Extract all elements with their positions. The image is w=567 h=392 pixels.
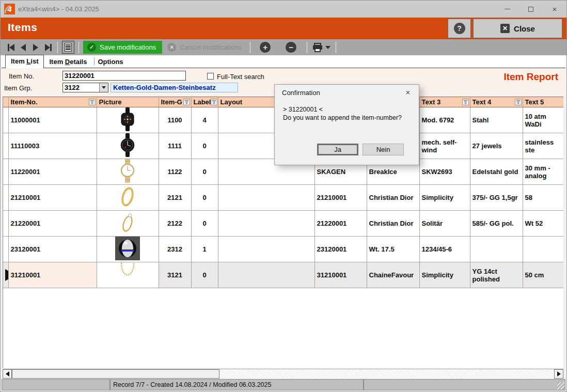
table-row[interactable]: 21220001 2122 0 21220001 Christian Dior … [3, 211, 563, 237]
current-row-marker[interactable] [3, 262, 8, 288]
list-icon [65, 43, 72, 52]
column-header-item-grp[interactable]: Item-G [159, 97, 191, 107]
row-selector[interactable] [3, 237, 8, 262]
item-picture-gold-solitaire-ring [118, 211, 137, 234]
app-header: Items ? ✕ Close [1, 18, 566, 39]
help-icon: ? [454, 23, 465, 34]
close-x-icon: ✕ [500, 24, 510, 33]
print-dropdown-icon[interactable] [325, 46, 330, 49]
save-modifications-button[interactable]: ✓ Save modifications [83, 41, 162, 54]
status-panel-left [2, 379, 110, 390]
item-grp-combobox[interactable]: 3122 [62, 83, 108, 92]
delete-record-button[interactable]: − [286, 42, 296, 53]
dialog-no-button[interactable]: Nein [363, 144, 404, 155]
row-selector[interactable] [3, 107, 8, 133]
status-record-info: Record 7/7 - Created 14.08.2024 / Modifi… [110, 379, 364, 390]
scroll-right-button[interactable] [554, 369, 563, 379]
row-selector[interactable] [3, 133, 8, 159]
horizontal-scrollbar[interactable] [3, 369, 563, 378]
chevron-down-icon[interactable] [99, 83, 108, 92]
dialog-title-bar[interactable]: Confirmation × [275, 85, 419, 100]
dialog-message-line2: Do you want to append the item-number? [283, 114, 402, 121]
item-picture-black-square-watch [118, 107, 137, 131]
app-logo-icon: 4 [4, 4, 15, 14]
column-header-text3[interactable]: Text 3 [419, 97, 470, 107]
row-selector[interactable] [3, 159, 8, 185]
table-row-selected[interactable]: 31210001 3121 0 31210001 ChaineFavour Si… [3, 262, 563, 288]
help-button[interactable]: ? [448, 19, 471, 38]
status-panel-right [364, 379, 565, 390]
status-bar: Record 7/7 - Created 14.08.2024 / Modifi… [2, 379, 565, 390]
item-grp-name-field: Ketten-Gold-Damen-Steinbesatz [111, 83, 238, 92]
filter-icon[interactable] [89, 99, 96, 105]
filter-icon[interactable] [211, 99, 217, 105]
row-selector[interactable] [3, 211, 8, 237]
svg-text:4: 4 [7, 5, 12, 13]
table-row[interactable]: 23120001 2312 1 23120001 Wt. 17.5 1234/4… [3, 237, 563, 262]
item-picture-black-chronograph-watch [118, 133, 137, 157]
filter-icon[interactable] [183, 99, 190, 105]
item-grp-label: Item Grp. [4, 84, 32, 92]
app-window: 4 eXtra4<win4> - 04.03.2025 × Items ? ✕ … [0, 0, 567, 392]
column-header-text5[interactable]: Text 5 [523, 97, 563, 107]
minimize-button[interactable] [495, 1, 519, 18]
item-picture-silver-band-ring [115, 237, 140, 260]
dialog-close-icon[interactable]: × [402, 87, 414, 98]
resize-grip[interactable] [557, 382, 564, 389]
item-picture-gold-ring [118, 185, 137, 209]
dialog-message-line1: > 31220001 < [283, 106, 323, 113]
cancel-modifications-button[interactable]: ✕ Cancel modifications [162, 43, 247, 52]
tab-item-details[interactable]: Item Details [44, 56, 92, 68]
tab-bar: Item List Item Details Options [2, 55, 565, 68]
maximize-button[interactable] [519, 1, 543, 18]
confirmation-dialog: Confirmation × > 31220001 < Do you want … [274, 84, 419, 165]
item-no-input[interactable] [62, 71, 186, 81]
check-circle-icon: ✓ [87, 43, 96, 52]
filter-icon[interactable] [462, 99, 469, 105]
title-bar: 4 eXtra4<win4> - 04.03.2025 × [1, 1, 566, 18]
x-circle-icon: ✕ [167, 43, 176, 52]
page-title: Items [8, 21, 37, 34]
fulltext-search-checkbox[interactable] [207, 73, 214, 80]
previous-record-button[interactable] [17, 41, 29, 54]
scroll-left-button[interactable] [3, 369, 12, 379]
column-header-label[interactable]: Label [191, 97, 218, 107]
item-picture-gold-watch-white-dial [118, 159, 137, 183]
fulltext-search-label: Full-Text search [217, 73, 264, 81]
row-selector[interactable] [3, 185, 8, 211]
next-record-button[interactable] [29, 41, 42, 54]
column-header-item-no[interactable]: Item-No. [8, 97, 97, 107]
tab-options[interactable]: Options [97, 56, 128, 68]
first-record-button[interactable] [5, 41, 17, 54]
toolbar: ✓ Save modifications ✕ Cancel modificati… [1, 39, 566, 55]
record-list-button[interactable] [62, 41, 74, 54]
window-title: eXtra4<win4> - 04.03.2025 [18, 5, 99, 13]
item-picture-gold-chain [117, 262, 138, 286]
dialog-yes-button[interactable]: Ja [317, 144, 358, 155]
scrollbar-thumb[interactable] [12, 369, 219, 379]
print-button[interactable] [310, 43, 333, 52]
filter-icon[interactable] [515, 99, 522, 105]
window-close-button[interactable]: × [543, 1, 566, 18]
dialog-title: Confirmation [282, 89, 320, 97]
tab-item-list[interactable]: Item List [5, 55, 44, 68]
item-no-label: Item No. [9, 72, 34, 80]
current-record-arrow-icon [5, 269, 8, 281]
printer-icon [312, 43, 323, 52]
table-row[interactable]: 21210001 2121 0 21210001 Christian Dior … [3, 185, 563, 211]
column-header-text4[interactable]: Text 4 [470, 97, 523, 107]
add-record-button[interactable]: + [260, 42, 271, 53]
close-button[interactable]: ✕ Close [473, 19, 562, 38]
column-header-picture[interactable]: Picture [97, 97, 159, 107]
last-record-button[interactable] [42, 41, 54, 54]
item-report-title: Item Report [503, 71, 558, 83]
